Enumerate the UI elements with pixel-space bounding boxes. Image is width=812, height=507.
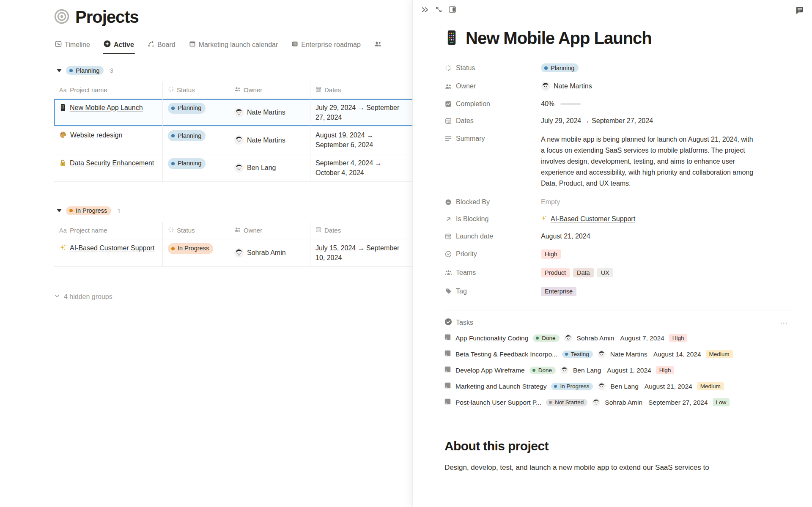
property-teams[interactable]: Teams Product Data UX xyxy=(444,263,793,282)
people-icon xyxy=(444,83,452,90)
project-name-link[interactable]: AI-Based Customer Support xyxy=(70,243,154,253)
task-row[interactable]: Develop App Wireframe Done Ben Lang Augu… xyxy=(444,362,793,378)
task-priority-pill[interactable]: Medium xyxy=(706,350,733,358)
ellipsis-menu[interactable]: ⋯ xyxy=(780,318,789,328)
calendar-view-icon xyxy=(189,41,196,49)
status-pill[interactable]: Planning xyxy=(168,158,206,169)
property-is-blocking[interactable]: Is Blocking AI-Based Customer Support xyxy=(444,211,793,228)
project-name-link[interactable]: New Mobile App Launch xyxy=(70,103,143,112)
team-pill[interactable]: Data xyxy=(573,268,594,277)
status-pill[interactable]: In Progress xyxy=(168,243,213,254)
about-section: About this project Design, develop, test… xyxy=(444,439,793,473)
column-label: Project name xyxy=(70,226,107,235)
property-blocked-by[interactable]: Blocked By Empty xyxy=(444,194,793,211)
task-name-link[interactable]: App Functionality Coding xyxy=(455,334,528,342)
status-dot xyxy=(171,107,175,110)
tab-label: Active xyxy=(114,41,134,49)
table-row[interactable]: New Mobile App Launch Planning Nate Mart… xyxy=(54,99,471,126)
task-priority-pill[interactable]: Low xyxy=(713,398,730,406)
table-row[interactable]: Website redesign Planning Nate Martins A… xyxy=(54,126,471,154)
task-status-pill[interactable]: Done xyxy=(533,334,559,342)
triangle-down-icon[interactable] xyxy=(57,209,62,212)
column-header-project-name[interactable]: Aa Project name xyxy=(54,222,162,239)
property-owner[interactable]: Owner Nate Martins xyxy=(444,77,793,96)
check-circle-icon xyxy=(444,318,452,327)
property-launch-date[interactable]: Launch date August 21, 2024 xyxy=(444,228,793,245)
task-priority-pill[interactable]: Medium xyxy=(697,382,724,390)
property-completion[interactable]: Completion 40% xyxy=(444,96,793,112)
task-name-link[interactable]: Develop App Wireframe xyxy=(455,367,525,374)
status-pill[interactable]: Planning xyxy=(541,63,579,72)
tab-enterprise-roadmap[interactable]: Enterprise roadmap xyxy=(291,38,362,54)
task-row[interactable]: App Functionality Coding Done Sohrab Ami… xyxy=(444,330,793,346)
property-summary[interactable]: Summary A new mobile app is being planne… xyxy=(444,129,793,194)
table-row[interactable]: Data Security Enhancement Planning Ben L… xyxy=(54,154,471,182)
task-row[interactable]: Beta Testing & Feedback Incorpo... Testi… xyxy=(444,346,793,362)
task-row[interactable]: Post-launch User Support P... Not Starte… xyxy=(444,395,793,411)
task-date: August 14, 2024 xyxy=(653,351,701,358)
column-header-owner[interactable]: Owner xyxy=(229,222,310,239)
task-status-pill[interactable]: Testing xyxy=(562,351,593,358)
property-priority[interactable]: Priority High xyxy=(444,245,793,263)
task-date: August 21, 2024 xyxy=(645,383,692,390)
divider xyxy=(444,420,793,420)
table-row[interactable]: AI-Based Customer Support In Progress So… xyxy=(54,239,471,267)
tab-timeline[interactable]: Timeline xyxy=(54,38,91,54)
task-priority-pill[interactable]: High xyxy=(669,334,688,342)
tag-pill[interactable]: Enterprise xyxy=(541,287,576,296)
tab-marketing-launch-calendar[interactable]: Marketing launch calendar xyxy=(188,38,279,54)
status-dot xyxy=(554,385,557,388)
sparkles-icon xyxy=(541,215,547,223)
task-priority-pill[interactable]: High xyxy=(656,366,675,374)
task-status-pill[interactable]: Done xyxy=(529,367,556,374)
status-pill[interactable]: Planning xyxy=(168,130,206,141)
tasks-title[interactable]: Tasks xyxy=(456,319,473,326)
column-header-status[interactable]: Status xyxy=(162,222,229,239)
project-name-link[interactable]: Website redesign xyxy=(70,130,122,140)
task-name-link[interactable]: Beta Testing & Feedback Incorpo... xyxy=(455,351,557,358)
column-header-status[interactable]: Status xyxy=(162,82,229,99)
status-label: Testing xyxy=(571,351,589,357)
column-header-dates[interactable]: Dates xyxy=(310,222,417,239)
tab-partial[interactable] xyxy=(373,38,382,54)
text-property-icon: Aa xyxy=(59,226,67,235)
priority-pill[interactable]: High xyxy=(541,249,561,259)
column-header-project-name[interactable]: Aa Project name xyxy=(54,82,162,99)
column-header-dates[interactable]: Dates xyxy=(310,82,417,99)
double-chevron-right-icon[interactable] xyxy=(421,6,429,13)
triangle-down-icon[interactable] xyxy=(57,69,62,72)
task-name-link[interactable]: Marketing and Launch Strategy xyxy=(455,383,546,390)
status-dot xyxy=(536,337,539,340)
group-status-pill[interactable]: In Progress xyxy=(66,206,111,215)
dates-value: July 29, 2024 → September 27, 2024 xyxy=(310,99,417,126)
comments-button[interactable] xyxy=(795,6,804,15)
task-name-link[interactable]: Post-launch User Support P... xyxy=(455,399,541,406)
completion-percent: 40% xyxy=(541,100,554,108)
project-name-link[interactable]: Data Security Enhancement xyxy=(70,158,154,168)
status-pill[interactable]: Planning xyxy=(168,103,206,114)
is-blocking-link[interactable]: AI-Based Customer Support xyxy=(551,215,635,223)
avatar xyxy=(541,82,550,91)
task-status-pill[interactable]: Not Started xyxy=(546,399,587,406)
status-dot xyxy=(69,69,73,72)
task-status-pill[interactable]: In Progress xyxy=(551,383,593,390)
avatar xyxy=(234,135,244,145)
expand-diagonal-icon[interactable] xyxy=(435,6,442,13)
property-label: Owner xyxy=(456,82,476,90)
property-label: Is Blocking xyxy=(456,215,488,223)
team-pill[interactable]: UX xyxy=(597,268,613,277)
chevron-down-icon xyxy=(54,293,60,301)
status-dot xyxy=(549,401,552,404)
property-dates[interactable]: Dates July 29, 2024 → September 27, 2024 xyxy=(444,112,793,129)
property-tag[interactable]: Tag Enterprise xyxy=(444,282,793,301)
task-row[interactable]: Marketing and Launch Strategy In Progres… xyxy=(444,378,793,395)
side-peek-icon[interactable] xyxy=(449,6,456,13)
tab-active[interactable]: Active xyxy=(103,38,135,54)
tab-board[interactable]: Board xyxy=(147,38,176,54)
property-status[interactable]: Status Planning xyxy=(444,59,793,77)
team-pill[interactable]: Product xyxy=(541,268,570,277)
group-status-pill[interactable]: Planning xyxy=(66,66,104,75)
column-header-owner[interactable]: Owner xyxy=(229,82,310,99)
page-title: Projects xyxy=(75,8,139,27)
status-dot xyxy=(565,353,568,356)
